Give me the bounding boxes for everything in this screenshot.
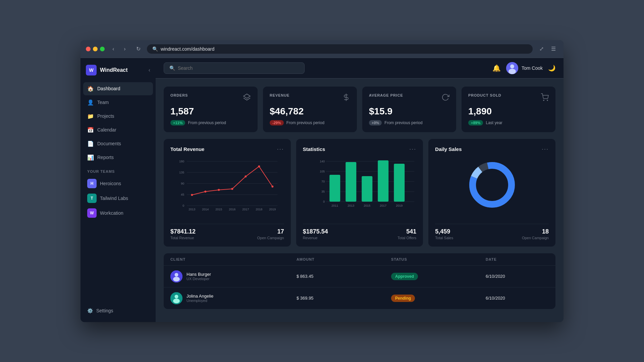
client-role: Unemployed xyxy=(186,299,213,303)
product-sold-badge: +89% xyxy=(468,120,483,125)
orders-footer-text: From previous period xyxy=(188,120,226,125)
sidebar-item-label: Dashboard xyxy=(97,86,120,91)
address-input[interactable] xyxy=(161,46,527,52)
stat-card-header: AVERAGE PRICE xyxy=(369,93,449,103)
date-cell: 6/10/2020 xyxy=(486,296,549,301)
tailwind-avatar: T xyxy=(87,194,97,203)
sidebar-item-team[interactable]: 👤 Team xyxy=(83,96,153,109)
col-status: STATUS xyxy=(391,257,486,261)
chart-menu-btn-daily[interactable]: ··· xyxy=(542,146,549,153)
table-header-row: CLIENT AMOUNT STATUS DATE xyxy=(164,253,555,266)
svg-text:2017: 2017 xyxy=(380,204,386,207)
statistics-chart: Statistics ··· 140 105 70 35 0 xyxy=(296,139,423,247)
line-chart-area: 180 135 90 45 0 2013 2014 2015 2016 201 xyxy=(170,158,284,218)
svg-point-5 xyxy=(543,100,544,101)
svg-text:2013: 2013 xyxy=(189,208,195,211)
menu-button[interactable]: ☰ xyxy=(549,44,558,54)
stat-value-avg-price: $15.9 xyxy=(369,106,449,117)
sidebar-item-dashboard[interactable]: 🏠 Dashboard xyxy=(83,82,153,95)
fullscreen-button[interactable]: ⤢ xyxy=(537,44,546,54)
search-input[interactable] xyxy=(178,65,299,71)
chart-menu-button[interactable]: ··· xyxy=(277,146,284,153)
svg-rect-41 xyxy=(329,175,340,202)
sidebar-item-reports[interactable]: 📊 Reports xyxy=(83,151,153,164)
forward-button[interactable]: › xyxy=(120,44,129,54)
back-button[interactable]: ‹ xyxy=(109,44,118,54)
app-container: W WindReact ‹ 🏠 Dashboard 👤 Team 📁 Proje… xyxy=(80,58,564,322)
team-icon: 👤 xyxy=(87,99,94,106)
sidebar-item-label: Team xyxy=(97,100,109,105)
sidebar-item-heroicons[interactable]: H Heroicons xyxy=(83,176,153,191)
svg-text:2011: 2011 xyxy=(331,204,338,207)
user-area[interactable]: Tom Cook xyxy=(506,62,543,74)
browser-actions: ⤢ ☰ xyxy=(537,44,558,54)
sidebar-item-calendar[interactable]: 📅 Calendar xyxy=(83,123,153,137)
heroicons-avatar: H xyxy=(87,179,97,188)
refresh-button[interactable]: ↻ xyxy=(133,44,143,54)
svg-point-1 xyxy=(510,64,514,68)
line-chart-svg: 180 135 90 45 0 2013 2014 2015 2016 201 xyxy=(170,158,284,212)
svg-text:2019: 2019 xyxy=(396,204,402,207)
status-cell: Pending xyxy=(391,295,486,302)
logo-box: W xyxy=(86,65,97,75)
total-sales-label: Total Sales xyxy=(435,236,453,240)
dark-mode-icon: 🌙 xyxy=(548,64,555,72)
close-button[interactable] xyxy=(86,47,91,51)
sidebar-item-tailwind[interactable]: T Tailwind Labs xyxy=(83,191,153,206)
heroicons-label: Heroicons xyxy=(100,181,121,186)
svg-point-24 xyxy=(191,194,193,196)
search-bar[interactable]: 🔍 xyxy=(164,62,305,74)
address-bar[interactable]: 🔍 xyxy=(147,44,533,54)
chart-title-revenue: Total Revenue xyxy=(170,146,204,152)
top-bar-right: 🔔 Tom Cook 🌙 xyxy=(492,62,555,74)
chart-header-stats: Statistics ··· xyxy=(303,146,417,153)
minimize-button[interactable] xyxy=(93,47,98,51)
stat-card-header: REVENUE xyxy=(270,93,350,103)
stat-card-header: ORDERS xyxy=(170,93,251,103)
browser-chrome: ‹ › ↻ 🔍 ⤢ ☰ xyxy=(80,40,564,58)
chart-footer-revenue: $7841.12 Total Revenue 17 Open Campaign xyxy=(170,224,284,240)
stat-value-revenue: $46,782 xyxy=(270,106,350,117)
svg-point-6 xyxy=(547,100,548,101)
dollar-icon xyxy=(342,93,350,103)
chart-menu-btn-stats[interactable]: ··· xyxy=(409,146,416,153)
sidebar-item-label: Documents xyxy=(97,141,121,146)
logo-text: WindReact xyxy=(100,67,128,73)
sidebar-item-projects[interactable]: 📁 Projects xyxy=(83,110,153,123)
traffic-lights xyxy=(86,47,105,51)
stat-label-avg-price: AVERAGE PRICE xyxy=(369,93,403,97)
svg-text:2016: 2016 xyxy=(229,208,235,211)
client-avatar xyxy=(170,270,182,282)
sidebar-header: W WindReact ‹ xyxy=(80,58,156,82)
logo-area: W WindReact xyxy=(86,65,128,75)
sidebar-item-settings[interactable]: ⚙️ Settings xyxy=(83,305,153,317)
table-row: Hans Burger UX Developer $ 863.45 Approv… xyxy=(164,266,555,288)
sidebar-collapse-button[interactable]: ‹ xyxy=(149,67,150,73)
amount-cell: $ 863.45 xyxy=(297,274,391,279)
stat-card-header: PRODUCT SOLD xyxy=(468,93,549,103)
notification-button[interactable]: 🔔 xyxy=(492,64,501,72)
svg-point-25 xyxy=(204,191,206,193)
svg-text:0: 0 xyxy=(323,200,325,203)
calendar-icon: 📅 xyxy=(87,127,94,133)
sidebar-item-label: Reports xyxy=(97,155,114,160)
maximize-button[interactable] xyxy=(100,47,105,51)
svg-point-30 xyxy=(271,186,273,188)
stat-footer-orders: +11% From previous period xyxy=(170,120,251,125)
reports-icon: 📊 xyxy=(87,154,94,161)
sidebar-item-documents[interactable]: 📄 Documents xyxy=(83,137,153,150)
teams-section-label: YOUR TEAMS xyxy=(80,164,156,176)
product-sold-footer-text: Last year xyxy=(486,120,502,125)
total-revenue-chart: Total Revenue ··· xyxy=(164,139,291,247)
svg-point-29 xyxy=(258,165,260,167)
revenue-footer-text: From previous period xyxy=(286,120,324,125)
stat-card-revenue: REVENUE $46,782 -29% From previo xyxy=(263,87,357,132)
chart-header: Total Revenue ··· xyxy=(170,146,284,153)
chart-footer-item-open-campaign: 18 Open Campaign xyxy=(522,228,549,240)
sidebar-item-workcation[interactable]: W Workcation xyxy=(83,206,153,220)
chart-footer-item-total-sales: 5,459 Total Sales xyxy=(435,228,453,240)
revenue-badge: -29% xyxy=(270,120,284,125)
sidebar-item-label: Calendar xyxy=(97,127,116,133)
chart-footer-stats: $1875.54 Revenue 541 Total Offers xyxy=(303,224,417,240)
table-row: Jolina Angelie Unemployed $ 369.95 Pendi… xyxy=(164,288,555,309)
